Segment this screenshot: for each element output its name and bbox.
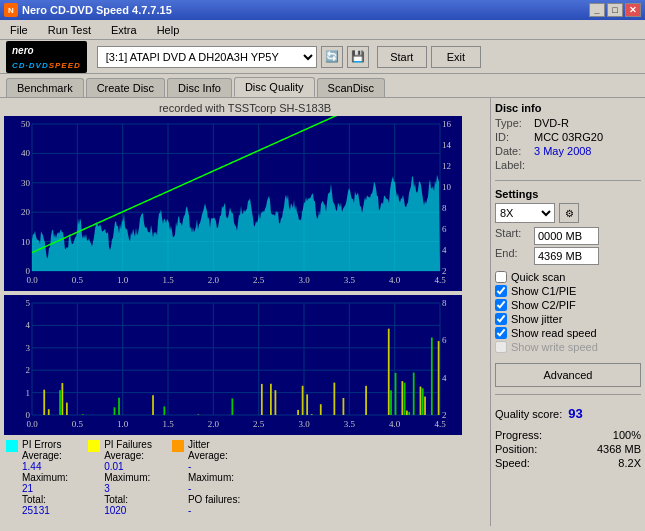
position-label: Position: <box>495 443 537 455</box>
start-button[interactable]: Start <box>377 46 427 68</box>
disc-info-title: Disc info <box>495 102 641 114</box>
pi-failures-label: PI Failures <box>104 439 152 450</box>
po-failures-value: - <box>188 505 240 516</box>
jitter-avg-label: Average: <box>188 450 240 461</box>
jitter-avg-value: - <box>188 461 240 472</box>
pi-errors-total-value: 25131 <box>22 505 68 516</box>
show-jitter-checkbox[interactable] <box>495 313 507 325</box>
pi-errors-avg-label: Average: <box>22 450 68 461</box>
show-c1pie-checkbox[interactable] <box>495 285 507 297</box>
quick-scan-checkbox[interactable] <box>495 271 507 283</box>
start-input[interactable] <box>534 227 599 245</box>
show-write-speed-checkbox[interactable] <box>495 341 507 353</box>
advanced-button[interactable]: Advanced <box>495 363 641 387</box>
pi-errors-avg-value: 1.44 <box>22 461 68 472</box>
drive-select[interactable]: [3:1] ATAPI DVD A DH20A3H YP5Y <box>97 46 317 68</box>
pi-failures-total-label: Total: <box>104 494 152 505</box>
settings-title: Settings <box>495 188 641 200</box>
tab-create-disc[interactable]: Create Disc <box>86 78 165 97</box>
po-failures-label: PO failures: <box>188 494 240 505</box>
quality-score-value: 93 <box>568 406 582 421</box>
quality-score-label: Quality score: <box>495 408 562 420</box>
checkboxes-section: Quick scan Show C1/PIE Show C2/PIF Show … <box>495 271 641 355</box>
date-value: 3 May 2008 <box>534 145 591 157</box>
show-c2pif-checkbox[interactable] <box>495 299 507 311</box>
progress-section: Progress: 100% Position: 4368 MB Speed: … <box>495 429 641 471</box>
menu-run-test[interactable]: Run Test <box>42 22 97 38</box>
title-text: Nero CD-DVD Speed 4.7.7.15 <box>22 4 172 16</box>
pi-errors-max-label: Maximum: <box>22 472 68 483</box>
title-bar: N Nero CD-DVD Speed 4.7.7.15 _ □ ✕ <box>0 0 645 20</box>
progress-label: Progress: <box>495 429 542 441</box>
id-value: MCC 03RG20 <box>534 131 603 143</box>
legend-jitter: Jitter Average: - Maximum: - PO failures… <box>172 439 240 516</box>
pi-errors-label: PI Errors <box>22 439 68 450</box>
exit-button[interactable]: Exit <box>431 46 481 68</box>
menu-help[interactable]: Help <box>151 22 186 38</box>
date-label: Date: <box>495 145 530 157</box>
menu-bar: File Run Test Extra Help <box>0 20 645 40</box>
nero-logo: nero CD·DVDSPEED <box>6 41 87 73</box>
quality-row: Quality score: 93 <box>495 406 641 421</box>
quick-scan-label: Quick scan <box>511 271 565 283</box>
right-panel: Disc info Type: DVD-R ID: MCC 03RG20 Dat… <box>490 98 645 526</box>
pi-failures-avg-value: 0.01 <box>104 461 152 472</box>
save-icon[interactable]: 💾 <box>347 46 369 68</box>
end-label: End: <box>495 247 530 265</box>
close-button[interactable]: ✕ <box>625 3 641 17</box>
chart-title: recorded with TSSTcorp SH-S183B <box>4 102 486 114</box>
jitter-label: Jitter <box>188 439 240 450</box>
charts-area: recorded with TSSTcorp SH-S183B PI Error… <box>0 98 490 526</box>
settings-section: Settings 8X ⚙ Start: End: <box>495 188 641 267</box>
menu-extra[interactable]: Extra <box>105 22 143 38</box>
jitter-color-box <box>172 440 184 452</box>
show-jitter-label: Show jitter <box>511 313 562 325</box>
jitter-max-value: - <box>188 483 240 494</box>
id-label: ID: <box>495 131 530 143</box>
main-content: recorded with TSSTcorp SH-S183B PI Error… <box>0 97 645 526</box>
type-label: Type: <box>495 117 530 129</box>
pif-chart <box>4 295 462 435</box>
progress-value: 100% <box>613 429 641 441</box>
end-input[interactable] <box>534 247 599 265</box>
speed-label: Speed: <box>495 457 530 469</box>
speed-value: 8.2X <box>618 457 641 469</box>
legend-pi-errors: PI Errors Average: 1.44 Maximum: 21 Tota… <box>6 439 68 516</box>
separator-2 <box>495 394 641 395</box>
separator-1 <box>495 180 641 181</box>
show-write-speed-label: Show write speed <box>511 341 598 353</box>
toolbar: nero CD·DVDSPEED [3:1] ATAPI DVD A DH20A… <box>0 40 645 74</box>
tab-scan-disc[interactable]: ScanDisc <box>317 78 385 97</box>
show-c1pie-label: Show C1/PIE <box>511 285 576 297</box>
menu-file[interactable]: File <box>4 22 34 38</box>
window-controls: _ □ ✕ <box>589 3 641 17</box>
pi-failures-total-value: 1020 <box>104 505 152 516</box>
pi-errors-color-box <box>6 440 18 452</box>
pie-chart <box>4 116 462 291</box>
maximize-button[interactable]: □ <box>607 3 623 17</box>
show-c2pif-label: Show C2/PIF <box>511 299 576 311</box>
tab-benchmark[interactable]: Benchmark <box>6 78 84 97</box>
tab-disc-quality[interactable]: Disc Quality <box>234 77 315 97</box>
pi-errors-max-value: 21 <box>22 483 68 494</box>
tab-bar: Benchmark Create Disc Disc Info Disc Qua… <box>0 74 645 97</box>
tab-disc-info[interactable]: Disc Info <box>167 78 232 97</box>
legend: PI Errors Average: 1.44 Maximum: 21 Tota… <box>4 435 486 520</box>
refresh-icon[interactable]: 🔄 <box>321 46 343 68</box>
disc-info-section: Disc info Type: DVD-R ID: MCC 03RG20 Dat… <box>495 102 641 173</box>
label-label: Label: <box>495 159 530 171</box>
app-icon: N <box>4 3 18 17</box>
position-value: 4368 MB <box>597 443 641 455</box>
pi-failures-max-value: 3 <box>104 483 152 494</box>
pi-failures-avg-label: Average: <box>104 450 152 461</box>
start-label: Start: <box>495 227 530 245</box>
show-read-speed-label: Show read speed <box>511 327 597 339</box>
type-value: DVD-R <box>534 117 569 129</box>
legend-pi-failures: PI Failures Average: 0.01 Maximum: 3 Tot… <box>88 439 152 516</box>
show-read-speed-checkbox[interactable] <box>495 327 507 339</box>
pi-errors-total-label: Total: <box>22 494 68 505</box>
settings-icon[interactable]: ⚙ <box>559 203 579 223</box>
speed-select[interactable]: 8X <box>495 203 555 223</box>
pi-failures-color-box <box>88 440 100 452</box>
minimize-button[interactable]: _ <box>589 3 605 17</box>
